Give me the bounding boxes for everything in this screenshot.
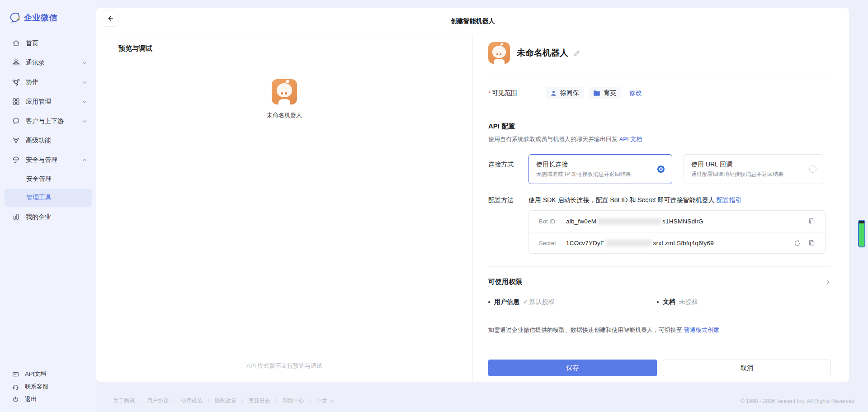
sidebar-item-advanced[interactable]: 高级功能 xyxy=(0,131,96,150)
apps-grid-icon xyxy=(12,98,20,105)
credentials-box: Bot ID aib_fw0eM s1HSMNSdirG xyxy=(528,210,826,254)
preview-panel: 预览与调试 未命名机器人 API 模式暂不支持预览与调试 xyxy=(96,34,472,382)
department-tag: 育英 xyxy=(589,87,621,99)
headset-icon xyxy=(12,384,19,390)
copyright-text: © 1998 - 2026 Tencent Inc. All Rights Re… xyxy=(741,398,854,404)
sidebar-item-api-docs[interactable]: API API文档 xyxy=(0,368,96,380)
save-button[interactable]: 保存 xyxy=(488,360,657,376)
chevron-down-icon xyxy=(82,80,87,85)
bot-id-label: Bot ID xyxy=(539,218,566,225)
home-icon xyxy=(12,39,20,47)
sidebar-item-home[interactable]: 首页 xyxy=(0,33,96,53)
sidebar-item-app-management[interactable]: 应用管理 xyxy=(0,92,96,111)
chevron-down-icon xyxy=(82,118,87,124)
sidebar-bottom: API API文档 联系客服 退出 xyxy=(0,368,96,406)
collaboration-icon xyxy=(12,78,20,86)
modify-scope-link[interactable]: 修改 xyxy=(629,89,642,97)
footer-link-changelog[interactable]: 更新日志 xyxy=(243,397,276,405)
divider xyxy=(488,266,831,267)
robot-name: 未命名机器人 xyxy=(517,47,568,59)
radio-selected-icon[interactable] xyxy=(657,166,665,173)
edit-name-icon[interactable] xyxy=(573,49,581,57)
sidebar-item-contacts[interactable]: 通讯录 xyxy=(0,53,96,72)
page-footer: 关于腾讯 用户协议 使用规范 隐私政策 更新日志 帮助中心 中文 © 1998 … xyxy=(96,390,868,412)
footer-link-usage[interactable]: 使用规范 xyxy=(175,397,208,405)
permissions-header[interactable]: 可使用权限 xyxy=(488,278,831,286)
connection-method-row: 连接方式 使用长连接 无需域名或 IP 即可接收消息并返回结果 使用 URL 回… xyxy=(488,154,831,184)
chevron-down-icon xyxy=(82,99,87,104)
main-content: 创建智能机器人 预览与调试 未命名机器人 API 模式暂不支持预览与调试 xyxy=(96,8,849,382)
sidebar-subitem-management-tools[interactable]: 管理工具 xyxy=(5,189,92,207)
page-title: 创建智能机器人 xyxy=(96,8,849,34)
sidebar: 企业微信 首页 通讯录 协作 应用管理 xyxy=(0,0,96,412)
chevron-down-icon xyxy=(330,399,334,403)
language-selector[interactable]: 中文 xyxy=(311,397,340,405)
visible-scope-label: 可见范围 xyxy=(492,89,517,97)
secret-value: 1COcv7YDyF srxLzmLSfbfq4q6fy69 xyxy=(566,240,794,246)
preview-unsupported-note: API 模式暂不支持预览与调试 xyxy=(96,362,472,370)
switch-mode-note: 如需通过企业微信提供的模型、数据快速创建和使用智能机器人，可切换至 普通模式创建 xyxy=(488,326,831,334)
bar-chart-icon xyxy=(12,213,20,221)
chevron-up-icon xyxy=(82,157,87,163)
robot-header: 未命名机器人 xyxy=(488,34,831,64)
sidebar-subitem-security[interactable]: 安全管理 xyxy=(5,170,92,188)
copy-icon[interactable] xyxy=(808,240,815,246)
page-header: 创建智能机器人 xyxy=(96,8,849,34)
chevron-down-icon xyxy=(82,60,87,66)
umbrella-icon xyxy=(12,156,20,164)
config-method-label: 配置方法 xyxy=(488,196,528,254)
footer-link-agreement[interactable]: 用户协议 xyxy=(141,397,175,405)
api-doc-link[interactable]: API 文档 xyxy=(619,136,642,142)
footer-link-help[interactable]: 帮助中心 xyxy=(277,397,310,405)
sidebar-item-contact-support[interactable]: 联系客服 xyxy=(0,380,96,393)
footer-links: 关于腾讯 用户协议 使用规范 隐私政策 更新日志 帮助中心 中文 xyxy=(107,397,340,405)
svg-text:API: API xyxy=(14,373,17,375)
visible-scope-row: * 可见范围 徐同保 育英 修改 xyxy=(488,87,831,99)
power-icon xyxy=(12,396,19,403)
footer-link-privacy[interactable]: 隐私政策 xyxy=(209,397,242,405)
cancel-button[interactable]: 取消 xyxy=(663,360,831,376)
robot-form-panel: 未命名机器人 * 可见范围 徐同保 xyxy=(472,34,849,382)
permissions-title: 可使用权限 xyxy=(488,278,825,286)
form-actions: 保存 取消 xyxy=(488,360,831,376)
sidebar-item-collaboration[interactable]: 协作 xyxy=(0,72,96,92)
api-doc-icon: API xyxy=(12,371,19,378)
sidebar-nav: 首页 通讯录 协作 应用管理 客户与上下游 xyxy=(0,33,96,227)
member-tag: 徐同保 xyxy=(546,87,584,99)
divider xyxy=(488,75,831,75)
bullet xyxy=(657,301,659,303)
option-long-connection[interactable]: 使用长连接 无需域名或 IP 即可接收消息并返回结果 xyxy=(528,154,672,184)
secret-label: Secret xyxy=(539,240,566,246)
sidebar-item-security-management[interactable]: 安全与管理 xyxy=(0,150,96,170)
advanced-features-icon xyxy=(12,137,20,144)
required-mark: * xyxy=(488,90,491,97)
wework-logo-icon xyxy=(9,12,21,24)
preview-robot-name: 未命名机器人 xyxy=(267,111,302,119)
refresh-icon[interactable] xyxy=(794,240,801,246)
bullet xyxy=(488,301,490,303)
api-config-desc: 使用自有系统获取成员与机器人的聊天并输出回复 API 文档 xyxy=(488,135,831,143)
folder-icon xyxy=(593,90,600,96)
config-guide-link[interactable]: 配置指引 xyxy=(716,196,741,204)
redacted-segment xyxy=(598,218,661,225)
permission-docs: 文档 未授权 xyxy=(657,298,698,306)
scroll-indicator[interactable] xyxy=(858,220,865,247)
sidebar-item-customers[interactable]: 客户与上下游 xyxy=(0,111,96,131)
sidebar-item-my-company[interactable]: 我的企业 xyxy=(0,207,96,227)
copy-icon[interactable] xyxy=(808,218,815,225)
chat-bubble-icon xyxy=(12,117,20,125)
redacted-segment xyxy=(606,240,652,246)
footer-link-about[interactable]: 关于腾讯 xyxy=(107,397,141,405)
bot-id-value: aib_fw0eM s1HSMNSdirG xyxy=(566,218,808,225)
app-logo: 企业微信 xyxy=(0,0,96,24)
radio-unselected-icon[interactable] xyxy=(809,166,816,173)
secret-row: Secret 1COcv7YDyF srxLzmLSfbfq4q6fy69 xyxy=(529,232,825,253)
config-method-desc: 使用 SDK 启动长连接，配置 Bot ID 和 Secret 即可连接智能机器… xyxy=(528,196,831,204)
option-url-callback[interactable]: 使用 URL 回调 通过配置回调地址接收消息并返回结果 xyxy=(684,154,824,184)
normal-mode-link[interactable]: 普通模式创建 xyxy=(684,327,719,333)
robot-avatar xyxy=(272,79,297,104)
sidebar-item-logout[interactable]: 退出 xyxy=(0,393,96,406)
preview-panel-title: 预览与调试 xyxy=(96,34,472,53)
chevron-right-icon[interactable] xyxy=(825,279,831,285)
config-method-row: 配置方法 使用 SDK 启动长连接，配置 Bot ID 和 Secret 即可连… xyxy=(488,196,831,254)
